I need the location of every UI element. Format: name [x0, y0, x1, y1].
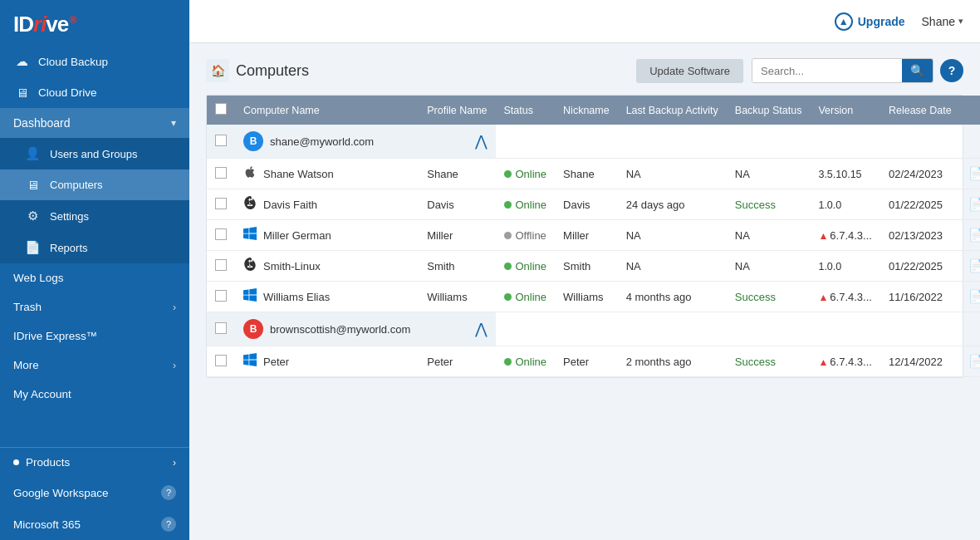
backup-status-cell: Success: [727, 282, 811, 312]
logo: IDrive®: [13, 12, 76, 37]
row-checkbox[interactable]: [215, 198, 227, 209]
nickname: Williams: [555, 282, 618, 312]
search-button[interactable]: 🔍: [902, 59, 933, 82]
view-log-icon[interactable]: 📄: [968, 354, 980, 369]
status-offline: Offline: [504, 229, 547, 242]
version-normal: 3.5.10.15: [818, 169, 861, 180]
sidebar-label-computers: Computers: [50, 179, 103, 191]
status-online: Online: [504, 199, 547, 211]
online-dot-icon: [504, 170, 512, 178]
view-log-icon[interactable]: 📄: [968, 228, 980, 243]
view-log-icon[interactable]: 📄: [968, 197, 980, 212]
sidebar-item-my-account[interactable]: My Account: [0, 380, 189, 409]
sidebar-products[interactable]: Products ›: [0, 448, 189, 477]
backup-status-cell: NA: [727, 159, 811, 189]
sidebar: IDrive® ☁ Cloud Backup 🖥 Cloud Drive Das…: [0, 0, 189, 540]
release-date: 11/16/2022: [880, 282, 960, 312]
sidebar-item-users-groups[interactable]: 👤 Users and Groups: [0, 138, 189, 169]
group-collapse-icon[interactable]: ⋀: [475, 321, 488, 337]
header: ▲ Upgrade Shane ▾: [189, 0, 980, 43]
update-software-button[interactable]: Update Software: [636, 59, 743, 83]
version-warn: ▲6.7.4.3...: [818, 291, 871, 303]
settings-icon: ⚙: [23, 209, 42, 223]
group-checkbox[interactable]: [215, 322, 227, 334]
microsoft-365-help-icon[interactable]: ?: [161, 517, 176, 532]
sidebar-item-dashboard[interactable]: Dashboard ▾: [0, 108, 189, 138]
warning-icon: ▲: [818, 292, 828, 303]
trash-chevron-icon: ›: [173, 302, 176, 313]
row-checkbox[interactable]: [215, 228, 227, 240]
view-log-icon[interactable]: 📄: [968, 258, 980, 273]
group-name: brownscottish@myworld.com: [270, 323, 410, 336]
profile-name: Shane: [419, 159, 495, 189]
group-checkbox[interactable]: [215, 135, 227, 146]
backup-status-cell: Success: [727, 346, 811, 377]
sidebar-item-microsoft-365[interactable]: Microsoft 365 ?: [0, 508, 189, 540]
sidebar-item-cloud-backup[interactable]: ☁ Cloud Backup: [0, 46, 189, 77]
sidebar-item-trash[interactable]: Trash ›: [0, 292, 189, 322]
os-icon: [243, 227, 257, 243]
sidebar-label-products: Products: [26, 456, 70, 469]
search-input[interactable]: [752, 60, 902, 82]
os-icon: [243, 258, 257, 274]
last-backup-activity: NA: [618, 159, 727, 189]
table-row: Smith-Linux Smith Online Smith NA NA 1.0…: [207, 251, 980, 282]
products-dot-icon: [13, 459, 19, 465]
main-area: ▲ Upgrade Shane ▾ 🏠 Computers Update Sof…: [189, 0, 980, 540]
warning-icon: ▲: [818, 230, 828, 242]
col-status: Status: [496, 96, 556, 125]
sidebar-item-idrive-express[interactable]: IDrive Express™: [0, 322, 189, 351]
computer-name: Shane Watson: [263, 168, 334, 180]
page-header-left: 🏠 Computers: [206, 59, 636, 82]
row-checkbox[interactable]: [215, 355, 227, 366]
online-dot-icon: [504, 293, 512, 301]
backup-status-na: NA: [735, 168, 750, 180]
release-date: 01/22/2025: [880, 189, 960, 220]
cloud-backup-icon: ☁: [13, 54, 30, 69]
group-collapse-icon[interactable]: ⋀: [475, 133, 488, 150]
row-checkbox[interactable]: [215, 167, 227, 179]
version-normal: 1.0.0: [818, 261, 841, 272]
row-checkbox[interactable]: [215, 259, 227, 271]
computer-name: Davis Faith: [263, 199, 317, 211]
view-log-icon[interactable]: 📄: [968, 166, 980, 181]
help-button[interactable]: ?: [940, 59, 963, 82]
group-avatar: B: [243, 319, 263, 339]
page-title: Computers: [236, 62, 309, 80]
user-chevron-icon: ▾: [958, 16, 963, 27]
os-icon: [243, 196, 257, 213]
computers-icon: 🖥: [23, 178, 42, 192]
sidebar-label-settings: Settings: [50, 210, 89, 223]
computer-name: Williams Elias: [263, 291, 330, 303]
home-button[interactable]: 🏠: [206, 59, 229, 82]
status-cell: Online: [496, 346, 556, 377]
view-log-icon[interactable]: 📄: [968, 289, 980, 304]
sidebar-item-google-workspace[interactable]: Google Workspace ?: [0, 477, 189, 508]
sidebar-item-cloud-drive[interactable]: 🖥 Cloud Drive: [0, 77, 189, 108]
sidebar-label-google-workspace: Google Workspace: [13, 487, 109, 499]
upgrade-label: Upgrade: [858, 15, 905, 28]
sidebar-item-computers[interactable]: 🖥 Computers: [0, 169, 189, 200]
status-cell: Online: [496, 159, 556, 189]
sidebar-item-reports[interactable]: 📄 Reports: [0, 232, 189, 263]
upgrade-button[interactable]: ▲ Upgrade: [835, 12, 905, 31]
col-nickname: Nickname: [555, 96, 618, 125]
sidebar-label-reports: Reports: [50, 242, 88, 254]
google-workspace-help-icon[interactable]: ?: [161, 485, 176, 500]
sidebar-item-settings[interactable]: ⚙ Settings: [0, 200, 189, 232]
backup-status-na: NA: [735, 260, 750, 272]
select-all-checkbox[interactable]: [215, 103, 227, 115]
dashboard-label: Dashboard: [13, 116, 71, 130]
row-checkbox[interactable]: [215, 290, 227, 302]
sidebar-label-cloud-drive: Cloud Drive: [38, 86, 97, 99]
sidebar-item-more[interactable]: More ›: [0, 351, 189, 380]
sidebar-item-web-logs[interactable]: Web Logs: [0, 263, 189, 292]
user-menu[interactable]: Shane ▾: [922, 15, 963, 28]
backup-status-success: Success: [735, 199, 776, 211]
version-cell: ▲6.7.4.3...: [810, 220, 880, 251]
sidebar-label-my-account: My Account: [13, 388, 71, 400]
release-date: 12/14/2022: [880, 346, 960, 377]
nickname: Miller: [555, 220, 618, 251]
profile-name: Davis: [419, 189, 495, 220]
sidebar-bottom: Products › Google Workspace ? Microsoft …: [0, 447, 189, 540]
